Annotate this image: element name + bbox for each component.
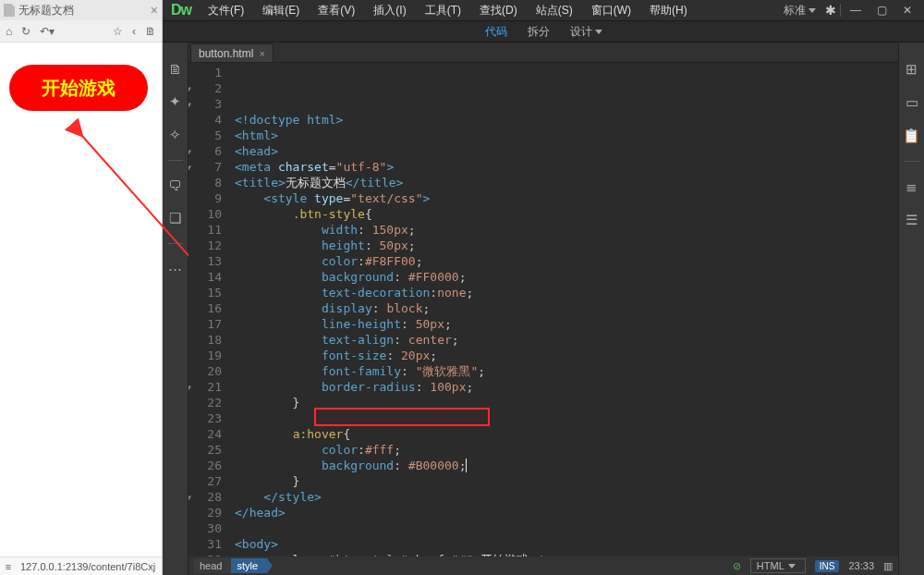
code-line[interactable]: </head> [235,505,898,520]
line-number: 1 [188,65,222,80]
close-button[interactable]: ✕ [896,4,918,17]
view-split[interactable]: 拆分 [528,24,550,40]
menu-item[interactable]: 编辑(E) [254,0,308,21]
line-number: 19 [188,348,222,363]
code-line[interactable]: <a class="btn-style" href="#">开始游戏</a> [235,552,898,557]
code-editor[interactable]: 1234567891011121314151617181920212223242… [188,63,898,557]
clipboard-icon[interactable]: 📋 [903,128,920,144]
separator [840,4,841,17]
breadcrumb-item[interactable]: style [231,558,267,573]
ide-pane: Dw 文件(F)编辑(E)查看(V)插入(I)工具(T)查找(D)站点(S)窗口… [163,0,924,575]
code-line[interactable]: .btn-style{ [235,206,898,222]
code-line[interactable]: <meta charset="utf-8"> [235,159,898,175]
briefcase-icon[interactable]: ☰ [906,212,918,228]
layers-icon[interactable]: ❏ [169,210,181,226]
menu-item[interactable]: 工具(T) [417,0,469,21]
code-line[interactable]: display: block; [235,300,898,316]
preview-toolbar: ⌂ ↻ ↶▾ ☆ ‹ 🗎 [0,20,162,43]
code-line[interactable]: color:#fff; [235,442,898,458]
menu-item[interactable]: 帮助(H) [641,0,696,21]
code-line[interactable]: </style> [235,489,898,505]
maximize-button[interactable]: ▢ [870,4,893,17]
gear-icon[interactable] [825,3,836,18]
doc-icon[interactable]: 🗎 [145,25,156,38]
line-number: 27 [188,473,222,489]
undo-dropdown-icon[interactable]: ↶▾ [40,25,55,38]
code-line[interactable] [235,520,898,536]
line-number: 2 [188,80,222,96]
menu-item[interactable]: 窗口(W) [583,0,639,21]
code-line[interactable]: <!doctype html> [235,112,898,128]
code-line[interactable]: font-size: 20px; [235,348,898,363]
code-line[interactable]: <title>无标题文档</title> [235,175,898,190]
code-line[interactable]: text-align: center; [235,332,898,348]
home-icon[interactable]: ⌂ [6,25,12,38]
reload-icon[interactable]: ↻ [21,25,30,38]
menu-item[interactable]: 文件(F) [200,0,252,21]
grid-icon[interactable]: ⊞ [906,61,918,78]
menu-item[interactable]: 站点(S) [528,0,581,21]
encoding-dropdown[interactable]: HTML [750,558,806,573]
code-line[interactable]: <head> [235,143,898,159]
preview-tab[interactable]: 无标题文档 [4,3,151,18]
line-number: 30 [188,520,222,536]
code-line[interactable]: <body> [235,536,898,552]
code-line[interactable]: } [235,473,898,489]
breadcrumb-item[interactable]: head [194,558,231,573]
menu-item[interactable]: 查找(D) [471,0,526,21]
line-number: 29 [188,505,222,520]
view-design-label: 设计 [570,24,592,40]
code-line[interactable]: <html> [235,128,898,143]
sparkle-icon[interactable]: ✦ [169,93,181,110]
star-icon[interactable]: ☆ [113,25,123,38]
hamburger-icon[interactable]: ≡ [0,561,17,572]
line-number: 4 [188,112,222,128]
code-line[interactable]: color:#F8FF00; [235,253,898,269]
code-line[interactable]: text-decoration:none; [235,285,898,300]
wand-icon[interactable]: ✧ [169,127,181,143]
panel-toggle-icon[interactable]: ▥ [883,560,893,572]
line-number: 17 [188,316,222,332]
code-line[interactable]: font-family: "微软雅黑"; [235,363,898,379]
line-number: 5 [188,128,222,143]
insert-mode-indicator[interactable]: INS [815,560,840,572]
line-number: 10 [188,206,222,222]
line-number: 18 [188,332,222,348]
code-line[interactable]: background: #FF0000; [235,269,898,285]
list-icon[interactable]: ≣ [906,178,918,195]
menu-item[interactable]: 插入(I) [365,0,414,21]
chevron-down-icon [808,8,816,13]
error-indicator-icon[interactable]: ⊘ [733,560,741,572]
code-line[interactable]: border-radius: 100px; [235,379,898,395]
start-game-button[interactable]: 开始游戏 [9,65,148,111]
line-number: 3 [188,96,222,112]
line-number: 9 [188,190,222,206]
chevron-down-icon [788,564,796,569]
right-tool-strip: ⊞ ▭ 📋 ≣ ☰ [898,43,924,575]
file-tab[interactable]: button.html × [190,43,274,62]
file-tab-label: button.html [199,47,253,60]
code-line[interactable]: background: #B00000; [235,458,898,473]
line-number: 24 [188,426,222,442]
preview-tab-title: 无标题文档 [18,3,74,18]
code-line[interactable]: width: 150px; [235,222,898,238]
devices-icon[interactable]: ▭ [906,94,918,111]
close-icon[interactable]: × [259,48,264,59]
view-design[interactable]: 设计 [570,24,602,40]
close-icon[interactable]: × [151,3,158,18]
comment-icon[interactable]: 🗨 [168,177,182,193]
view-code[interactable]: 代码 [485,24,507,40]
workspace-layout-dropdown[interactable]: 标准 [778,1,821,20]
file-manager-icon[interactable]: 🗎 [168,61,182,77]
code-line[interactable]: <style type="text/css"> [235,190,898,206]
encoding-label: HTML [757,560,784,571]
code-line[interactable]: line-height: 50px; [235,316,898,332]
more-icon[interactable]: ⋯ [168,261,182,277]
cursor-position: 23:33 [848,560,874,571]
code-line[interactable]: height: 50px; [235,238,898,253]
code-line[interactable]: a:hover{ [235,426,898,442]
chevron-down-icon [595,30,602,34]
menu-item[interactable]: 查看(V) [310,0,363,21]
minimize-button[interactable]: — [845,4,867,17]
back-icon[interactable]: ‹ [132,25,136,38]
